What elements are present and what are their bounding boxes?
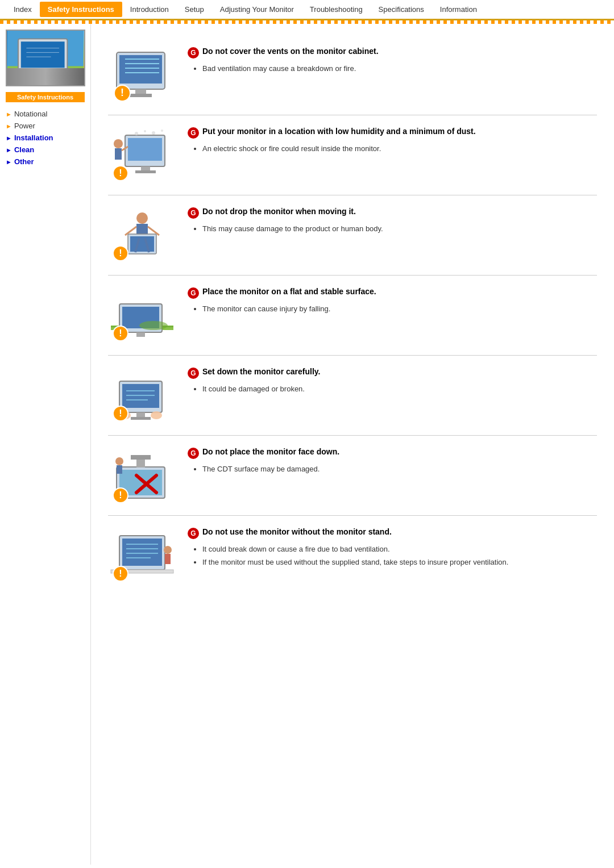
arrow-installation: ► [6, 135, 12, 141]
instr-icon-4: G [188, 287, 199, 299]
nav-bar: Index Safety Instructions Introduction S… [0, 0, 614, 20]
illustration-1: ! [108, 47, 176, 103]
instr-bullets-6: The CDT surface may be damaged. [202, 464, 597, 475]
instr-icon-6: G [188, 448, 199, 459]
instr-bullets-3: This may cause damage to the product or … [202, 223, 597, 235]
illustration-6: ! [108, 447, 176, 504]
svg-rect-69 [117, 465, 122, 474]
svg-rect-9 [7, 74, 84, 85]
instr-title-6: G Do not place the monitor face down. [188, 447, 597, 459]
instr-bullets-7: It could break down or cause a fire due … [202, 544, 597, 567]
nav-troubleshooting[interactable]: Troubleshooting [302, 2, 371, 17]
instr-text-6: G Do not place the monitor face down. Th… [188, 447, 597, 477]
illustration-5: ! [108, 367, 176, 424]
sidebar-label: Safety Instructions [6, 92, 85, 102]
instr-icon-3: G [188, 207, 199, 219]
instruction-row-2: ! G Put your monitor in a location with … [108, 115, 597, 195]
instr-icon-2: G [188, 127, 199, 139]
illustration-7: ! [108, 527, 176, 584]
svg-point-68 [115, 457, 123, 465]
nav-setup[interactable]: Setup [177, 2, 212, 17]
instr-text-2: G Put your monitor in a location with lo… [188, 127, 597, 156]
arrow-notational: ► [6, 111, 12, 118]
instr-bullets-2: An electric shock or fire could result i… [202, 143, 597, 155]
svg-point-48 [139, 321, 168, 330]
svg-rect-73 [122, 539, 162, 566]
nav-index[interactable]: Index [6, 2, 40, 17]
svg-rect-27 [135, 170, 156, 173]
instr-bullets-5: It could be damaged or broken. [202, 383, 597, 395]
sidebar: Safety Instructions ► Notational ► Power… [0, 24, 91, 865]
svg-rect-57 [131, 417, 151, 420]
instr-icon-5: G [188, 368, 199, 379]
svg-text:!: ! [119, 248, 122, 258]
svg-point-22 [135, 132, 138, 135]
instruction-row-3: ! G Do not drop the monitor when moving … [108, 195, 597, 276]
arrow-power: ► [6, 123, 12, 130]
instr-title-2: G Put your monitor in a location with lo… [188, 127, 597, 139]
svg-point-79 [164, 546, 172, 554]
sidebar-monitor-image [6, 30, 85, 86]
instr-title-1: G Do not cover the vents on the monitor … [188, 47, 597, 59]
instr-title-7: G Do not use the monitor without the mon… [188, 527, 597, 539]
illustration-4: ! [108, 287, 176, 344]
svg-text:!: ! [121, 87, 124, 98]
illustration-3: ! [108, 207, 176, 264]
svg-rect-1 [7, 66, 84, 85]
svg-point-33 [136, 212, 148, 224]
svg-rect-21 [128, 138, 162, 161]
instruction-row-4: ! G Place the monitor on a flat and stab… [108, 276, 597, 356]
instr-text-4: G Place the monitor on a flat and stable… [188, 287, 597, 316]
svg-text:!: ! [119, 569, 122, 578]
instr-text-5: G Set down the monitor carefully. It cou… [188, 367, 597, 397]
instr-text-7: G Do not use the monitor without the mon… [188, 527, 597, 569]
instruction-row-6: ! G Do not place the monitor face down. … [108, 436, 597, 516]
svg-rect-17 [130, 94, 152, 97]
sidebar-nav-installation[interactable]: ► Installation [6, 132, 85, 144]
arrow-other: ► [6, 158, 12, 165]
instr-bullets-1: Bad ventilation may cause a breakdown or… [202, 63, 597, 74]
nav-specifications[interactable]: Specifications [371, 2, 432, 17]
instr-text-3: G Do not drop the monitor when moving it… [188, 207, 597, 236]
svg-rect-3 [21, 41, 65, 68]
nav-safety[interactable]: Safety Instructions [40, 2, 122, 17]
svg-rect-65 [131, 455, 151, 460]
svg-point-28 [114, 139, 123, 148]
svg-rect-64 [136, 458, 145, 468]
instr-title-3: G Do not drop the monitor when moving it… [188, 207, 597, 219]
instr-title-5: G Set down the monitor carefully. [188, 367, 597, 379]
svg-rect-38 [130, 236, 154, 252]
main-layout: Safety Instructions ► Notational ► Power… [0, 24, 614, 865]
svg-rect-29 [115, 148, 122, 160]
instruction-row-1: ! G Do not cover the vents on the monito… [108, 35, 597, 115]
svg-text:!: ! [119, 408, 122, 418]
sidebar-nav-other[interactable]: ► Other [6, 156, 85, 168]
svg-rect-56 [136, 412, 145, 417]
instr-title-4: G Place the monitor on a flat and stable… [188, 287, 597, 299]
nav-information[interactable]: Information [432, 2, 485, 17]
content-area: ! G Do not cover the vents on the monito… [91, 24, 614, 865]
sidebar-nav-power[interactable]: ► Power [6, 120, 85, 132]
instr-icon-1: G [188, 47, 199, 59]
svg-rect-16 [135, 89, 146, 94]
svg-text:!: ! [119, 168, 122, 178]
instr-bullets-4: The monitor can cause injury by falling. [202, 303, 597, 315]
svg-rect-4 [38, 72, 48, 76]
nav-introduction[interactable]: Introduction [122, 2, 177, 17]
instruction-row-5: ! G Set down the monitor carefully. It c… [108, 356, 597, 436]
nav-adjusting[interactable]: Adjusting Your Monitor [212, 2, 302, 17]
svg-text:!: ! [119, 490, 122, 500]
illustration-2: ! [108, 127, 176, 183]
svg-rect-52 [122, 384, 159, 408]
instruction-row-7: ! G Do not use the monitor without the m… [108, 516, 597, 595]
svg-text:!: ! [119, 328, 122, 338]
arrow-clean: ► [6, 147, 12, 153]
svg-rect-5 [32, 76, 53, 79]
sidebar-nav-notational[interactable]: ► Notational [6, 108, 85, 120]
sidebar-nav: ► Notational ► Power ► Installation ► Cl… [0, 108, 90, 168]
sidebar-nav-clean[interactable]: ► Clean [6, 144, 85, 156]
svg-rect-80 [165, 554, 171, 564]
svg-point-23 [144, 130, 146, 132]
instr-icon-7: G [188, 528, 199, 539]
svg-point-24 [152, 131, 155, 135]
